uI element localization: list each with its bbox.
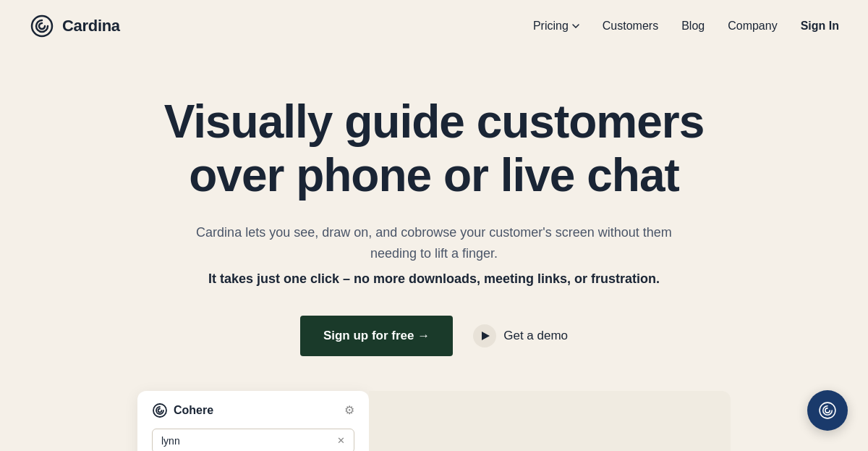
cardina-logo-icon — [29, 13, 55, 39]
demo-card-right — [369, 391, 731, 451]
demo-input-value: lynn — [161, 435, 180, 447]
signup-button[interactable]: Sign up for free → — [300, 316, 453, 356]
hero-description: Cardina lets you see, draw on, and cobro… — [174, 222, 694, 264]
hero-cta: Sign up for free → Get a demo — [300, 316, 568, 356]
demo-button[interactable]: Get a demo — [473, 324, 568, 347]
demo-card-left: Cohere ⚙ lynn ✕ — [137, 391, 369, 451]
play-icon — [473, 324, 496, 347]
navbar: Cardina Pricing Customers Blog Company S… — [0, 0, 868, 52]
hero-description-bold: It takes just one click – no more downlo… — [208, 269, 660, 290]
demo-card-header: Cohere ⚙ — [152, 402, 354, 418]
logo-link[interactable]: Cardina — [29, 13, 120, 39]
clear-icon[interactable]: ✕ — [337, 435, 345, 446]
chat-icon — [817, 400, 838, 421]
cohere-logo-icon — [152, 402, 168, 418]
hero-section: Visually guide customers over phone or l… — [0, 52, 868, 451]
nav-blog[interactable]: Blog — [681, 20, 705, 33]
chat-button[interactable] — [807, 390, 848, 431]
logo-text: Cardina — [62, 17, 120, 35]
demo-preview: Cohere ⚙ lynn ✕ — [137, 391, 731, 451]
demo-card-logo-text: Cohere — [174, 404, 213, 417]
chevron-down-icon — [572, 24, 579, 28]
demo-card-logo: Cohere — [152, 402, 213, 418]
demo-card-input[interactable]: lynn ✕ — [152, 429, 354, 451]
nav-pricing[interactable]: Pricing — [533, 20, 579, 33]
gear-icon[interactable]: ⚙ — [344, 403, 354, 417]
hero-title: Visually guide customers over phone or l… — [145, 96, 723, 202]
nav-company[interactable]: Company — [728, 20, 777, 33]
play-triangle — [482, 332, 490, 340]
signin-link[interactable]: Sign In — [801, 20, 839, 33]
nav-links: Pricing Customers Blog Company Sign In — [533, 20, 839, 33]
nav-customers[interactable]: Customers — [603, 20, 658, 33]
